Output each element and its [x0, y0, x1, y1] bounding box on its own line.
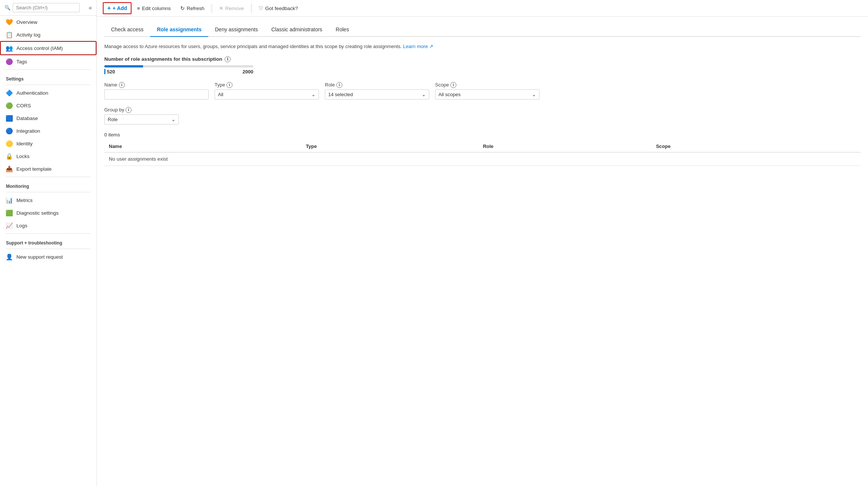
sidebar-item-activity-log[interactable]: 📋 Activity log: [0, 28, 96, 41]
monitoring-section-label: Monitoring: [0, 179, 96, 190]
filter-role-label: Role ℹ: [325, 82, 429, 88]
filter-role-dropdown[interactable]: 14 selected ⌄: [325, 89, 429, 100]
logs-icon: 📈: [6, 222, 13, 229]
sidebar-item-metrics[interactable]: 📊 Metrics: [0, 194, 96, 206]
tabs-bar: Check access Role assignments Deny assig…: [104, 23, 861, 37]
sidebar-item-identity[interactable]: 🟡 Identity: [0, 137, 96, 150]
sidebar-item-label: Locks: [16, 154, 29, 159]
toolbar-separator-2: [251, 4, 251, 13]
sidebar-item-label: Export template: [16, 166, 52, 172]
new-support-request-icon: 👤: [6, 253, 13, 260]
toolbar: + + Add ≡ Edit columns ↻ Refresh ✕ Remov…: [97, 0, 868, 17]
tab-deny-assignments[interactable]: Deny assignments: [208, 23, 264, 37]
progress-bar-container: 520 2000: [104, 65, 253, 75]
access-control-icon: 👥: [6, 45, 13, 51]
filter-scope-dropdown[interactable]: All scopes ⌄: [435, 89, 539, 100]
sidebar-item-label: Identity: [16, 141, 33, 146]
progress-bar-background: [104, 65, 253, 67]
sidebar-item-database[interactable]: 🟦 Database: [0, 112, 96, 124]
edit-columns-label: Edit columns: [142, 6, 171, 11]
filter-type-label: Type ℹ: [215, 82, 319, 88]
sidebar-item-label: Diagnostic settings: [16, 210, 58, 216]
sidebar-item-integration[interactable]: 🔵 Integration: [0, 124, 96, 137]
settings-section-label: Settings: [0, 71, 96, 83]
progress-info-icon[interactable]: ℹ: [225, 56, 231, 62]
filters-row-1: Name ℹ Type ℹ All ⌄ Role ℹ: [104, 82, 861, 100]
filter-name-info-icon[interactable]: ℹ: [119, 82, 125, 88]
sidebar-item-access-control[interactable]: 👥 Access control (IAM): [0, 41, 96, 55]
sidebar: 🔍 « 🧡 Overview 📋 Activity log 👥 Access c…: [0, 0, 97, 486]
empty-message: No user assignments exist: [104, 152, 861, 165]
tab-check-access[interactable]: Check access: [104, 23, 150, 37]
filter-group-type: Type ℹ All ⌄: [215, 82, 319, 100]
filter-group-name: Name ℹ: [104, 82, 209, 100]
sidebar-item-logs[interactable]: 📈 Logs: [0, 219, 96, 232]
filter-name-input[interactable]: [104, 89, 209, 100]
sidebar-item-label: Activity log: [16, 32, 41, 38]
sidebar-item-label: CORS: [16, 103, 31, 108]
column-header-name: Name: [104, 141, 301, 152]
filter-groupby-dropdown[interactable]: Role ⌄: [104, 114, 179, 124]
locks-icon: 🔒: [6, 153, 13, 160]
sidebar-item-label: Integration: [16, 128, 40, 134]
table-body: No user assignments exist: [104, 152, 861, 165]
column-header-scope: Scope: [652, 141, 861, 152]
add-button[interactable]: + + Add: [103, 2, 132, 14]
remove-label: Remove: [225, 6, 244, 11]
add-label: + Add: [113, 5, 127, 11]
items-count: 0 items: [104, 132, 861, 138]
sidebar-item-label: Access control (IAM): [16, 45, 63, 51]
learn-more-link[interactable]: Learn more ↗: [403, 44, 433, 49]
sidebar-item-label: Tags: [16, 59, 27, 64]
remove-icon: ✕: [219, 5, 224, 11]
feedback-label: Got feedback?: [265, 6, 298, 11]
sidebar-item-cors[interactable]: 🟢 CORS: [0, 99, 96, 112]
search-icon: 🔍: [4, 5, 10, 10]
filter-groupby-info-icon[interactable]: ℹ: [126, 107, 132, 113]
feedback-button[interactable]: ♡ Got feedback?: [254, 3, 302, 13]
filter-group-role: Role ℹ 14 selected ⌄: [325, 82, 429, 100]
sidebar-item-label: Overview: [16, 19, 37, 25]
page-description: Manage access to Azure resources for use…: [104, 43, 861, 50]
remove-button[interactable]: ✕ Remove: [215, 3, 248, 13]
search-input[interactable]: [13, 3, 80, 12]
sidebar-item-export-template[interactable]: 📥 Export template: [0, 162, 96, 175]
progress-section: Number of role assignments for this subs…: [104, 56, 861, 75]
overview-icon: 🧡: [6, 19, 13, 25]
sidebar-item-label: New support request: [16, 254, 63, 260]
toolbar-separator-1: [212, 4, 212, 13]
sidebar-item-overview[interactable]: 🧡 Overview: [0, 16, 96, 28]
sidebar-item-tags[interactable]: 🟣 Tags: [0, 55, 96, 68]
collapse-button[interactable]: «: [89, 4, 92, 11]
plus-icon: +: [107, 5, 111, 12]
progress-max-value: 2000: [243, 69, 253, 75]
filter-scope-info-icon[interactable]: ℹ: [450, 82, 456, 88]
sidebar-item-locks[interactable]: 🔒 Locks: [0, 150, 96, 162]
progress-current-value: 520: [104, 69, 115, 75]
edit-columns-button[interactable]: ≡ Edit columns: [133, 3, 175, 13]
main-panel: + + Add ≡ Edit columns ↻ Refresh ✕ Remov…: [97, 0, 868, 486]
filter-group-groupby: Group by ℹ Role ⌄: [104, 107, 179, 124]
activity-log-icon: 📋: [6, 31, 13, 38]
search-bar: 🔍 «: [0, 0, 96, 16]
metrics-icon: 📊: [6, 197, 13, 203]
integration-icon: 🔵: [6, 127, 13, 134]
table-empty-row: No user assignments exist: [104, 152, 861, 165]
sidebar-item-new-support-request[interactable]: 👤 New support request: [0, 250, 96, 263]
filter-scope-label: Scope ℹ: [435, 82, 539, 88]
tab-classic-administrators[interactable]: Classic administrators: [264, 23, 329, 37]
progress-title: Number of role assignments for this subs…: [104, 56, 861, 62]
filter-type-info-icon[interactable]: ℹ: [226, 82, 232, 88]
refresh-button[interactable]: ↻ Refresh: [176, 3, 208, 13]
sidebar-item-label: Authentication: [16, 90, 48, 96]
sidebar-item-diagnostic-settings[interactable]: 🟩 Diagnostic settings: [0, 206, 96, 219]
column-header-type: Type: [301, 141, 478, 152]
filter-role-info-icon[interactable]: ℹ: [336, 82, 342, 88]
table-header-row: Name Type Role Scope: [104, 141, 861, 152]
tab-roles[interactable]: Roles: [329, 23, 356, 37]
diagnostic-settings-icon: 🟩: [6, 209, 13, 216]
export-template-icon: 📥: [6, 165, 13, 172]
sidebar-item-authentication[interactable]: 🔷 Authentication: [0, 86, 96, 99]
tab-role-assignments[interactable]: Role assignments: [150, 23, 208, 37]
filter-type-dropdown[interactable]: All ⌄: [215, 89, 319, 100]
